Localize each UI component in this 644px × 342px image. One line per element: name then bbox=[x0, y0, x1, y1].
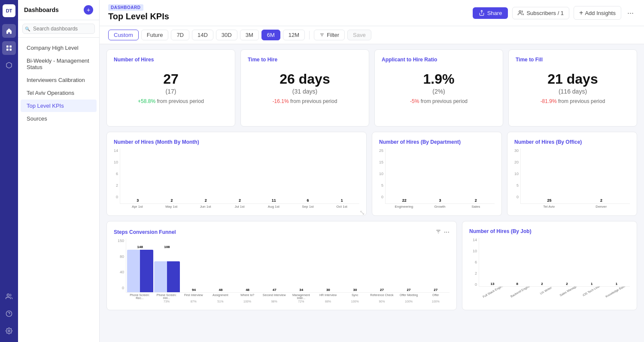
share-button[interactable]: Share bbox=[473, 7, 508, 19]
search-input[interactable] bbox=[22, 24, 95, 34]
svg-rect-2 bbox=[6, 48, 9, 51]
kpi-number-of-hires-change: +58.8% from previous period bbox=[114, 98, 228, 104]
filter-filter-button[interactable]: Filter bbox=[314, 30, 345, 40]
add-insights-icon: + bbox=[579, 9, 583, 17]
kpi-time-to-hire-value: 26 days bbox=[248, 71, 362, 87]
sidebar-icon-settings[interactable] bbox=[2, 324, 16, 338]
chart-row-2: Number of Hires (Month By Month) 1410620… bbox=[106, 132, 637, 216]
kpi-number-of-hires-change-text: from previous period bbox=[155, 98, 204, 104]
svg-point-4 bbox=[7, 294, 9, 296]
more-options-button[interactable]: ··· bbox=[626, 7, 635, 19]
kpi-applicant-ratio-change: -5% from previous period bbox=[382, 98, 496, 104]
nav-item-company-high-level[interactable]: Company High Level bbox=[21, 42, 97, 54]
add-dashboard-button[interactable]: + bbox=[84, 5, 93, 15]
chart-by-department: Number of Hires (By Department) 25151050… bbox=[372, 132, 502, 216]
svg-point-9 bbox=[519, 11, 521, 13]
page-title: Top Level KPIs bbox=[108, 12, 169, 21]
svg-rect-3 bbox=[9, 48, 12, 51]
nav-item-biweekly[interactable]: Bi-Weekly - Management Status bbox=[21, 54, 97, 73]
filter-14d-button[interactable]: 14D bbox=[192, 30, 213, 40]
filter-future-button[interactable]: Future bbox=[141, 30, 169, 40]
filter-bar: Custom Future 7D 14D 30D 3M 6M 12M Filte… bbox=[100, 26, 644, 44]
chart-funnel-title: Steps Conversion Funnel bbox=[114, 229, 176, 235]
kpi-time-to-hire-subvalue: (31 days) bbox=[248, 88, 362, 95]
top-bar: Dashboard Top Level KPIs Share Subscribe… bbox=[100, 0, 644, 26]
filter-30d-button[interactable]: 30D bbox=[216, 30, 237, 40]
kpi-time-to-fill-change-text: from previous period bbox=[557, 98, 605, 104]
kpi-time-to-fill-change-value: -81.9% bbox=[541, 98, 557, 104]
top-bar-left: Dashboard Top Level KPIs bbox=[108, 4, 169, 21]
filter-custom-button[interactable]: Custom bbox=[108, 30, 139, 40]
nav-item-top-level-kpis[interactable]: Top Level KPIs bbox=[21, 100, 97, 112]
nav-item-sources[interactable]: Sources bbox=[21, 112, 97, 125]
chart-office-title: Number of Hires (By Office) bbox=[514, 139, 630, 145]
funnel-filter-button[interactable] bbox=[435, 229, 441, 236]
chart-job-title: Number of Hires (By Job) bbox=[469, 228, 630, 234]
filter-12m-button[interactable]: 12M bbox=[283, 30, 305, 40]
chart-funnel: Steps Conversion Funnel ··· 15080400 bbox=[106, 221, 457, 310]
subscribers-label: Subscribers / 1 bbox=[526, 10, 564, 16]
kpi-time-to-hire: Time to Hire 26 days (31 days) -16.1% fr… bbox=[240, 49, 369, 127]
kpi-time-to-hire-title: Time to Hire bbox=[248, 57, 362, 63]
kpi-number-of-hires-value: 27 bbox=[114, 71, 228, 87]
sidebar-icon-box[interactable] bbox=[2, 58, 16, 72]
logo: DT bbox=[3, 4, 15, 17]
dashboard-badge: Dashboard bbox=[108, 4, 143, 11]
share-label: Share bbox=[487, 10, 502, 16]
filter-7d-button[interactable]: 7D bbox=[171, 30, 189, 40]
sidebar-icon-home[interactable] bbox=[2, 24, 16, 38]
sidebar-icon-grid[interactable] bbox=[2, 41, 16, 55]
kpi-time-to-fill: Time to Fill 21 days (116 days) -81.9% f… bbox=[508, 49, 637, 127]
left-nav: Dashboards + Company High Level Bi-Weekl… bbox=[18, 0, 100, 342]
dashboard-content: Number of Hires 27 (17) +58.8% from prev… bbox=[100, 44, 644, 342]
svg-point-7 bbox=[8, 330, 10, 332]
nav-items: Company High Level Bi-Weekly - Managemen… bbox=[18, 38, 99, 342]
funnel-more-button[interactable]: ··· bbox=[444, 228, 450, 236]
add-insights-label: Add Insights bbox=[585, 10, 616, 16]
kpi-applicant-ratio-change-value: -5% bbox=[410, 98, 419, 104]
sidebar-bottom bbox=[2, 290, 16, 338]
kpi-applicant-ratio: Applicant to Hire Ratio 1.9% (2%) -5% fr… bbox=[374, 49, 503, 127]
resize-handle: ⤡ bbox=[359, 209, 365, 214]
bottom-row: Steps Conversion Funnel ··· 15080400 bbox=[106, 221, 637, 310]
subscribers-button[interactable]: Subscribers / 1 bbox=[512, 7, 569, 19]
kpi-number-of-hires-change-value: +58.8% bbox=[138, 98, 155, 104]
top-bar-right: Share Subscribers / 1 + Add Insights ··· bbox=[473, 6, 635, 20]
chart-by-office: Number of Hires (By Office) 30201050 25 bbox=[507, 132, 637, 216]
chart-dept-title: Number of Hires (By Department) bbox=[379, 139, 495, 145]
filter-label: Filter bbox=[327, 32, 339, 38]
kpi-time-to-fill-subvalue: (116 days) bbox=[516, 88, 630, 95]
sidebar: DT bbox=[0, 0, 18, 342]
kpi-applicant-ratio-title: Applicant to Hire Ratio bbox=[382, 57, 496, 63]
sidebar-icon-users[interactable] bbox=[2, 290, 16, 303]
kpi-number-of-hires: Number of Hires 27 (17) +58.8% from prev… bbox=[106, 49, 235, 127]
kpi-row: Number of Hires 27 (17) +58.8% from prev… bbox=[106, 49, 637, 127]
left-nav-header: Dashboards + bbox=[18, 0, 99, 20]
main: Dashboard Top Level KPIs Share Subscribe… bbox=[100, 0, 644, 342]
kpi-number-of-hires-subvalue: (17) bbox=[114, 88, 228, 95]
left-nav-title: Dashboards bbox=[24, 6, 59, 13]
svg-rect-0 bbox=[6, 45, 9, 48]
kpi-time-to-fill-title: Time to Fill bbox=[516, 57, 630, 63]
kpi-applicant-ratio-subvalue: (2%) bbox=[382, 88, 496, 95]
chart-month-title: Number of Hires (Month By Month) bbox=[114, 139, 359, 145]
kpi-time-to-fill-change: -81.9% from previous period bbox=[516, 98, 630, 104]
filter-3m-button[interactable]: 3M bbox=[240, 30, 259, 40]
kpi-applicant-ratio-change-text: from previous period bbox=[419, 98, 468, 104]
search-box bbox=[18, 20, 99, 38]
sidebar-icon-help[interactable] bbox=[2, 307, 16, 321]
filter-divider bbox=[309, 31, 310, 39]
filter-6m-button[interactable]: 6M bbox=[261, 30, 280, 40]
save-button[interactable]: Save bbox=[347, 30, 371, 40]
nav-item-interviewers[interactable]: Interviewers Calibration bbox=[21, 74, 97, 86]
chart-by-job: Number of Hires (By Job) 1410620 13 8 bbox=[462, 221, 637, 310]
add-insights-button[interactable]: + Add Insights bbox=[574, 6, 621, 20]
kpi-applicant-ratio-value: 1.9% bbox=[382, 71, 496, 87]
kpi-number-of-hires-title: Number of Hires bbox=[114, 57, 228, 63]
search-wrap bbox=[22, 24, 95, 34]
chart-month-by-month: Number of Hires (Month By Month) 1410620… bbox=[106, 132, 367, 216]
kpi-time-to-hire-change-value: -16.1% bbox=[273, 98, 289, 104]
kpi-time-to-hire-change-text: from previous period bbox=[289, 98, 337, 104]
nav-item-tel-aviv[interactable]: Tel Aviv Operations bbox=[21, 87, 97, 99]
kpi-time-to-hire-change: -16.1% from previous period bbox=[248, 98, 362, 104]
